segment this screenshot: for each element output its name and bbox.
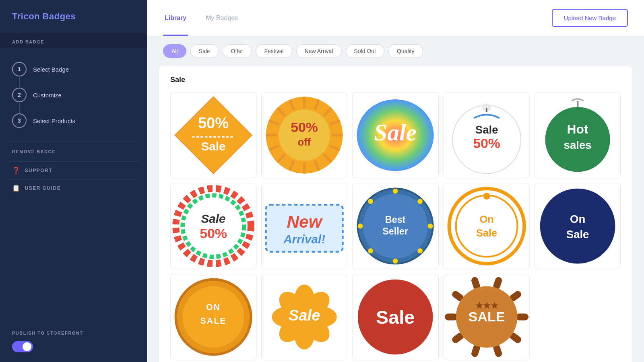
svg-line-91 bbox=[513, 294, 518, 298]
app-logo: Tricon Badges bbox=[0, 0, 147, 33]
svg-point-53 bbox=[358, 224, 363, 229]
svg-text:Sale: Sale bbox=[374, 119, 417, 146]
svg-line-89 bbox=[475, 281, 477, 286]
svg-text:ON: ON bbox=[206, 303, 221, 312]
filter-chip-festival[interactable]: Festival bbox=[256, 44, 292, 58]
filter-chip-offer[interactable]: Offer bbox=[223, 44, 252, 58]
svg-text:Hot: Hot bbox=[567, 122, 588, 136]
support-label: SUPPORT bbox=[25, 168, 53, 173]
svg-line-84 bbox=[497, 348, 499, 354]
steps-container: 1 Select Badge 2 Customize 3 Select Prod… bbox=[0, 48, 147, 142]
svg-text:On: On bbox=[570, 213, 585, 225]
svg-text:Sale: Sale bbox=[566, 228, 589, 241]
header: Library My Badges Upload New Badge bbox=[147, 0, 644, 36]
badge-card-sale-4[interactable]: Sale 50% bbox=[444, 92, 530, 178]
badge-card-sale-11[interactable]: ON SALE bbox=[170, 274, 256, 360]
svg-text:50%: 50% bbox=[200, 226, 227, 241]
svg-text:sales: sales bbox=[564, 139, 591, 151]
sidebar: Tricon Badges ADD BADGE 1 Select Badge 2… bbox=[0, 0, 147, 362]
upload-new-badge-button[interactable]: Upload New Badge bbox=[552, 9, 628, 27]
step-label-3: Select Products bbox=[33, 117, 75, 124]
tab-library[interactable]: Library bbox=[163, 0, 188, 36]
user-guide-label: USER GUIDE bbox=[25, 185, 61, 191]
svg-text:Seller: Seller bbox=[383, 226, 409, 237]
svg-line-86 bbox=[455, 336, 460, 340]
svg-point-51 bbox=[393, 259, 398, 264]
section-title-sale: Sale bbox=[170, 76, 621, 84]
svg-text:On: On bbox=[479, 214, 493, 225]
badge-card-sale-5[interactable]: Hot sales bbox=[535, 92, 621, 178]
svg-text:SALE: SALE bbox=[468, 309, 505, 324]
svg-text:Sale: Sale bbox=[201, 212, 226, 225]
step-label-2: Customize bbox=[33, 92, 62, 99]
badge-card-sale-13[interactable]: Sale bbox=[352, 274, 438, 360]
filter-chip-quality[interactable]: Quality bbox=[388, 44, 423, 58]
badge-card-sale-12[interactable]: Sale bbox=[261, 274, 347, 360]
badge-card-sale-14[interactable]: ★★★ SALE bbox=[444, 274, 530, 360]
support-link[interactable]: ❓ SUPPORT bbox=[0, 162, 147, 179]
filter-chip-all[interactable]: All bbox=[163, 44, 186, 58]
svg-text:New: New bbox=[287, 213, 323, 232]
filter-chip-new-arrival[interactable]: New Arrival bbox=[296, 44, 342, 58]
step-circle-1: 1 bbox=[12, 62, 27, 76]
section-sale: Sale 50% Sale 50% off Sale bbox=[159, 66, 632, 362]
svg-point-58 bbox=[456, 195, 517, 257]
publish-label: PUBLISH TO STOREFRONT bbox=[12, 331, 135, 335]
svg-text:Best: Best bbox=[385, 214, 406, 225]
svg-text:Sale: Sale bbox=[289, 306, 320, 324]
badge-card-sale-9[interactable]: On Sale bbox=[444, 183, 530, 269]
step-circle-2: 2 bbox=[12, 88, 27, 102]
step-label-1: Select Badge bbox=[33, 66, 69, 73]
add-badge-section-label: ADD BADGE bbox=[0, 33, 147, 48]
svg-text:Sale: Sale bbox=[475, 123, 498, 136]
svg-line-90 bbox=[497, 281, 499, 286]
badge-content-area: Sale 50% Sale 50% off Sale bbox=[147, 66, 644, 362]
book-icon: 📋 bbox=[12, 184, 21, 192]
question-icon: ❓ bbox=[12, 167, 21, 174]
filter-chip-sold-out[interactable]: Sold Out bbox=[346, 44, 384, 58]
main-content: Library My Badges Upload New Badge AllSa… bbox=[147, 0, 644, 362]
svg-text:50%: 50% bbox=[198, 114, 229, 132]
svg-point-49 bbox=[428, 224, 433, 229]
svg-text:Sale: Sale bbox=[476, 227, 497, 239]
step-2: 2 Customize bbox=[12, 82, 135, 108]
step-circle-3: 3 bbox=[12, 113, 27, 128]
svg-text:50%: 50% bbox=[291, 119, 318, 135]
publish-toggle[interactable] bbox=[12, 341, 33, 352]
badge-card-sale-8[interactable]: Best Seller bbox=[352, 183, 438, 269]
svg-text:Sale: Sale bbox=[201, 140, 226, 153]
svg-point-62 bbox=[540, 189, 615, 264]
svg-text:Arrival!: Arrival! bbox=[283, 232, 325, 246]
svg-line-88 bbox=[455, 294, 460, 298]
publish-section: PUBLISH TO STOREFRONT bbox=[0, 321, 147, 362]
svg-text:Sale: Sale bbox=[376, 307, 415, 328]
svg-point-59 bbox=[483, 193, 490, 200]
svg-line-85 bbox=[475, 348, 477, 354]
svg-point-56 bbox=[418, 199, 423, 204]
badge-card-sale-6[interactable]: Sale 50% bbox=[170, 183, 256, 269]
filter-bar: AllSaleOfferFestivalNew ArrivalSold OutQ… bbox=[147, 36, 644, 66]
badge-card-sale-10[interactable]: On Sale bbox=[535, 183, 621, 269]
svg-text:off: off bbox=[298, 136, 311, 148]
svg-point-52 bbox=[368, 248, 374, 253]
svg-text:50%: 50% bbox=[473, 136, 500, 151]
badge-grid-sale: 50% Sale 50% off Sale Sale bbox=[170, 92, 621, 360]
tab-my-badges[interactable]: My Badges bbox=[204, 0, 239, 36]
svg-point-50 bbox=[418, 248, 423, 253]
svg-marker-0 bbox=[175, 97, 252, 174]
svg-point-55 bbox=[393, 189, 398, 194]
remove-badge-action[interactable]: REMOVE BADGE bbox=[0, 142, 147, 161]
svg-line-83 bbox=[513, 336, 518, 340]
svg-text:SALE: SALE bbox=[200, 316, 227, 325]
svg-point-54 bbox=[368, 199, 374, 204]
badge-card-sale-1[interactable]: 50% Sale bbox=[170, 92, 256, 178]
step-3: 3 Select Products bbox=[12, 108, 135, 134]
user-guide-link[interactable]: 📋 USER GUIDE bbox=[0, 179, 147, 197]
filter-chip-sale[interactable]: Sale bbox=[190, 44, 219, 58]
step-1: 1 Select Badge bbox=[12, 56, 135, 82]
header-tabs: Library My Badges bbox=[163, 0, 239, 36]
svg-point-21 bbox=[279, 109, 330, 160]
badge-card-sale-3[interactable]: Sale bbox=[352, 92, 438, 178]
badge-card-sale-7[interactable]: New Arrival! bbox=[261, 183, 347, 269]
badge-card-sale-2[interactable]: 50% off bbox=[261, 92, 347, 178]
